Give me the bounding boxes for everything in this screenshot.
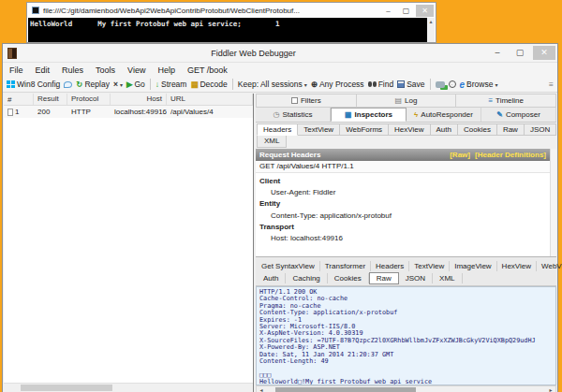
inspector-panel: Filters ▤ Log ≡ Timeline ◷ Statistics ▦ bbox=[256, 94, 556, 392]
req-tab-cookies[interactable]: Cookies bbox=[458, 123, 497, 136]
find-button[interactable]: Find bbox=[368, 80, 394, 89]
pencil-icon: ✎ bbox=[496, 111, 503, 119]
binoculars-icon bbox=[368, 81, 372, 87]
tab-autoresponder[interactable]: ϟ AutoResponder bbox=[407, 108, 481, 122]
browse-button[interactable]: e Browse ▾ bbox=[460, 80, 498, 90]
resp-tab-headers[interactable]: Headers bbox=[371, 261, 409, 271]
scrollbar-thumb[interactable] bbox=[275, 387, 416, 392]
session-horizontal-scrollbar[interactable] bbox=[4, 383, 253, 392]
req-tab-auth[interactable]: Auth bbox=[431, 123, 458, 136]
decode-button[interactable]: ▦ Decode bbox=[190, 80, 227, 89]
request-line[interactable]: GET /api/Values/4 HTTP/1.1 bbox=[256, 161, 550, 173]
go-button[interactable]: ▶ Go bbox=[126, 80, 145, 89]
session-list-header[interactable]: # Result Protocol Host URL bbox=[4, 94, 253, 106]
header-group-transport[interactable]: Transport bbox=[259, 222, 546, 233]
column-header-host[interactable]: Host bbox=[111, 94, 167, 105]
tab-inspectors[interactable]: ▦ Inspectors bbox=[331, 108, 407, 122]
scroll-right-icon[interactable]: ▸ bbox=[546, 386, 555, 392]
menu-view[interactable]: View bbox=[127, 65, 145, 75]
menu-help[interactable]: Help bbox=[157, 65, 175, 75]
replay-icon: ↻ bbox=[76, 80, 82, 89]
console-maximize-button[interactable]: ▢ bbox=[397, 5, 415, 17]
console-close-button[interactable]: ✕ bbox=[416, 5, 434, 17]
keep-sessions-dropdown[interactable]: Keep: All sessions ▾ bbox=[238, 80, 307, 89]
scrollbar-thumb[interactable] bbox=[21, 385, 112, 391]
resp-tab-webview[interactable]: WebView bbox=[537, 261, 562, 271]
comment-button[interactable] bbox=[64, 81, 72, 88]
session-host: localhost:49916 bbox=[111, 108, 167, 116]
tab-filters[interactable]: Filters bbox=[256, 94, 357, 108]
console-titlebar[interactable]: file:///C:/git/damienbod/WebApi2WebApiCo… bbox=[27, 3, 436, 18]
stream-button[interactable]: ↓ Stream bbox=[155, 80, 187, 89]
column-header-protocol[interactable]: Protocol bbox=[67, 94, 111, 105]
timer-button[interactable]: · bbox=[449, 80, 456, 88]
ie-browser-icon: e bbox=[460, 80, 466, 90]
fiddler-maximize-button[interactable]: ▢ bbox=[509, 46, 531, 60]
menu-edit[interactable]: Edit bbox=[36, 65, 51, 75]
header-user-agent[interactable]: User-Agent: Fiddler bbox=[259, 187, 546, 198]
resp-tab-syntaxview[interactable]: Get SyntaxView bbox=[257, 261, 320, 271]
header-definitions-link[interactable]: [Header Definitions] bbox=[475, 151, 546, 159]
req-tab-webforms[interactable]: WebForms bbox=[340, 123, 389, 136]
menu-rules[interactable]: Rules bbox=[62, 65, 83, 75]
win8-config-button[interactable]: Win8 Config bbox=[7, 80, 60, 89]
req-tab-hexview[interactable]: HexView bbox=[389, 123, 430, 136]
menu-get-book[interactable]: GET /book bbox=[187, 65, 228, 75]
resp-tab-xml[interactable]: XML bbox=[433, 273, 462, 283]
console-vertical-scrollbar[interactable]: ▴ bbox=[427, 18, 435, 42]
screenshot-button[interactable] bbox=[436, 81, 445, 88]
header-group-client[interactable]: Client bbox=[259, 176, 546, 187]
tab-timeline-label: Timeline bbox=[495, 96, 524, 105]
response-inspector-tabs: Get SyntaxView Transformer Headers TextV… bbox=[256, 256, 556, 271]
req-tab-textview[interactable]: TextView bbox=[298, 123, 340, 136]
console-window: file:///C:/git/damienbod/WebApi2WebApiCo… bbox=[26, 2, 436, 43]
log-page-icon: ▤ bbox=[395, 97, 403, 105]
fiddler-titlebar[interactable]: Fiddler Web Debugger – ▢ ✕ bbox=[3, 44, 557, 63]
scroll-left-icon[interactable]: ◂ bbox=[257, 386, 266, 392]
tab-statistics[interactable]: ◷ Statistics bbox=[256, 108, 331, 122]
any-process-button[interactable]: ⊕ Any Process bbox=[311, 80, 364, 89]
resp-tab-json[interactable]: JSON bbox=[399, 273, 433, 283]
session-url: /api/Values/4 bbox=[167, 108, 253, 116]
header-group-entity[interactable]: Entity bbox=[259, 198, 546, 210]
request-vertical-scrollbar[interactable] bbox=[550, 149, 556, 256]
resp-tab-auth[interactable]: Auth bbox=[257, 273, 286, 283]
req-tab-json[interactable]: JSON bbox=[525, 123, 556, 136]
timeline-bars-icon: ≡ bbox=[488, 97, 493, 105]
column-header-result[interactable]: Result bbox=[34, 94, 67, 105]
raw-link[interactable]: [Raw] bbox=[450, 151, 470, 159]
toolbar-overflow-button[interactable]: ≡ bbox=[549, 80, 554, 89]
header-host[interactable]: Host: localhost:49916 bbox=[259, 233, 546, 244]
resp-tab-cookies[interactable]: Cookies bbox=[328, 273, 369, 283]
scroll-up-icon: ▴ bbox=[429, 19, 432, 24]
column-header-url[interactable]: URL bbox=[167, 94, 253, 105]
resp-tab-caching[interactable]: Caching bbox=[286, 273, 327, 283]
save-button[interactable]: Save bbox=[397, 80, 424, 89]
menu-file[interactable]: File bbox=[9, 65, 23, 75]
tab-composer[interactable]: ✎ Composer bbox=[481, 108, 556, 122]
tab-timeline[interactable]: ≡ Timeline bbox=[456, 94, 556, 108]
replay-button[interactable]: ↻ Replay bbox=[76, 80, 110, 89]
fiddler-minimize-button[interactable]: – bbox=[486, 46, 509, 60]
remove-sessions-button[interactable]: × ▾ bbox=[113, 80, 123, 89]
overflow-menu-icon: ≡ bbox=[549, 80, 554, 89]
column-header-num[interactable]: # bbox=[4, 94, 34, 105]
session-doc-icon bbox=[7, 109, 13, 116]
console-minimize-button[interactable]: – bbox=[379, 5, 397, 17]
resp-tab-transformer[interactable]: Transformer bbox=[320, 261, 371, 271]
tab-log[interactable]: ▤ Log bbox=[357, 94, 457, 108]
resp-tab-hexview[interactable]: HexView bbox=[497, 261, 537, 271]
toolbar-separator bbox=[232, 79, 233, 90]
response-horizontal-scrollbar[interactable]: ◂ ▸ bbox=[256, 385, 556, 392]
header-content-type[interactable]: Content-Type: application/x-protobuf bbox=[259, 211, 546, 222]
menu-tools[interactable]: Tools bbox=[96, 65, 115, 75]
resp-tab-textview[interactable]: TextView bbox=[409, 261, 450, 271]
fiddler-close-button[interactable]: ✕ bbox=[533, 46, 555, 60]
response-raw-view[interactable]: HTTP/1.1 200 OK Cache-Control: no-cache … bbox=[256, 286, 556, 385]
session-row[interactable]: 1 200 HTTP localhost:49916 /api/Values/4 bbox=[4, 106, 253, 118]
resp-tab-raw[interactable]: Raw bbox=[369, 272, 399, 284]
resp-tab-imageview[interactable]: ImageView bbox=[450, 261, 496, 271]
req-tab-headers[interactable]: Headers bbox=[257, 123, 298, 136]
req-tab-xml[interactable]: XML bbox=[257, 136, 287, 148]
req-tab-raw[interactable]: Raw bbox=[497, 123, 525, 136]
